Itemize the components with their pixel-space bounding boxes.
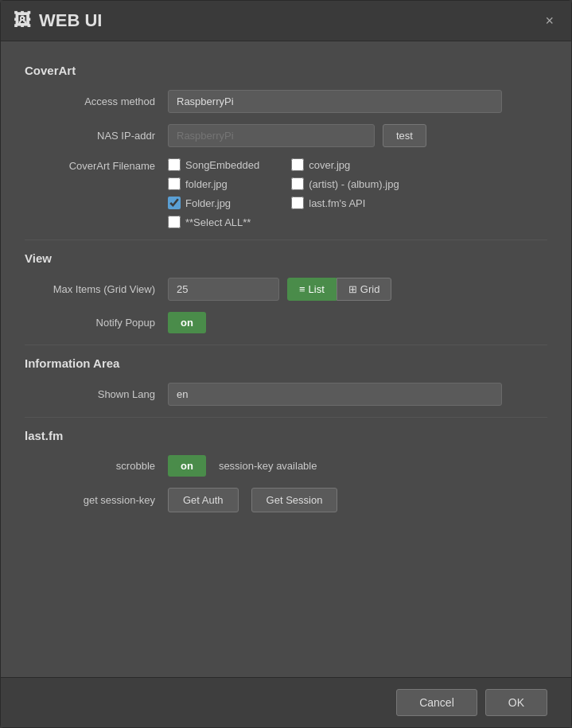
checkbox-lastfm-label: last.fm's API <box>309 197 365 209</box>
divider-2 <box>25 345 547 345</box>
dialog-header: 🖼 WEB UI × <box>1 1 571 41</box>
coverart-filename-row: CoverArt Filename SongEmbedded folder.jp… <box>25 158 547 228</box>
checkbox-folder-upper-label: Folder.jpg <box>185 197 231 209</box>
grid-icon <box>348 283 357 295</box>
scrobble-row: scrobble on session-key available <box>25 455 547 477</box>
lastfm-section-title: last.fm <box>25 429 547 442</box>
checkbox-folder-lower-input[interactable] <box>168 177 181 190</box>
checkbox-col-right: cover.jpg (artist) - (album).jpg last.fm… <box>291 158 399 228</box>
checkbox-cover[interactable]: cover.jpg <box>291 158 399 171</box>
dialog-body: CoverArt Access method NAS IP-addr test … <box>1 41 571 677</box>
checkbox-songembedded-label: SongEmbedded <box>185 159 259 171</box>
checkbox-artist-album[interactable]: (artist) - (album).jpg <box>291 177 399 190</box>
view-toggle: List Grid <box>287 278 391 301</box>
access-method-input[interactable] <box>168 90 502 113</box>
list-icon <box>299 283 305 295</box>
checkbox-col-left: SongEmbedded folder.jpg Folder.jpg **Sel… <box>168 158 259 228</box>
grid-toggle-button[interactable]: Grid <box>337 278 392 301</box>
access-method-row: Access method <box>25 90 547 113</box>
shown-lang-row: Shown Lang <box>25 383 547 406</box>
dialog-footer: Cancel OK <box>1 677 571 727</box>
checkbox-select-all-label: **Select ALL** <box>185 216 251 228</box>
get-session-button[interactable]: Get Session <box>251 488 338 512</box>
max-items-input[interactable] <box>168 278 279 301</box>
max-items-label: Max Items (Grid View) <box>25 283 168 295</box>
nas-ip-input[interactable] <box>168 124 375 147</box>
coverart-section-title: CoverArt <box>25 64 547 77</box>
information-section-title: Information Area <box>25 356 547 370</box>
cancel-button[interactable]: Cancel <box>396 689 477 716</box>
divider-3 <box>25 417 547 418</box>
view-section-title: View <box>25 251 547 265</box>
nas-ip-row: NAS IP-addr test <box>25 124 547 147</box>
ok-button[interactable]: OK <box>485 689 547 716</box>
checkbox-lastfm-input[interactable] <box>291 197 304 209</box>
notify-popup-button[interactable]: on <box>168 312 206 333</box>
coverart-filename-label: CoverArt Filename <box>25 158 168 172</box>
notify-popup-row: Notify Popup on <box>25 312 547 333</box>
checkbox-cover-label: cover.jpg <box>309 159 350 171</box>
shown-lang-input[interactable] <box>168 383 502 406</box>
scrobble-button[interactable]: on <box>168 455 206 477</box>
get-auth-button[interactable]: Get Auth <box>168 488 239 512</box>
nas-ip-label: NAS IP-addr <box>25 130 168 142</box>
scrobble-label: scrobble <box>25 460 168 472</box>
checkbox-folder-lower-label: folder.jpg <box>185 178 228 190</box>
divider-1 <box>25 239 547 240</box>
shown-lang-label: Shown Lang <box>25 388 168 400</box>
webui-icon: 🖼 <box>14 10 31 31</box>
get-session-key-label: get session-key <box>25 494 168 506</box>
checkbox-artist-album-input[interactable] <box>291 177 304 190</box>
list-label: List <box>309 283 325 295</box>
checkbox-select-all[interactable]: **Select ALL** <box>168 216 259 228</box>
checkbox-group: SongEmbedded folder.jpg Folder.jpg **Sel… <box>168 158 399 228</box>
list-toggle-button[interactable]: List <box>287 278 337 301</box>
notify-popup-label: Notify Popup <box>25 317 168 329</box>
checkbox-lastfm[interactable]: last.fm's API <box>291 197 399 209</box>
dialog-title: 🖼 WEB UI <box>14 10 102 31</box>
web-ui-dialog: 🖼 WEB UI × CoverArt Access method NAS IP… <box>0 0 572 728</box>
checkbox-cover-input[interactable] <box>291 158 304 171</box>
checkbox-songembedded[interactable]: SongEmbedded <box>168 158 259 171</box>
checkbox-artist-album-label: (artist) - (album).jpg <box>309 178 399 190</box>
close-button[interactable]: × <box>540 11 558 31</box>
max-items-row: Max Items (Grid View) List Grid <box>25 278 547 301</box>
dialog-title-text: WEB UI <box>39 10 102 31</box>
session-key-status: session-key available <box>219 460 317 472</box>
get-session-key-row: get session-key Get Auth Get Session <box>25 488 547 512</box>
checkbox-select-all-input[interactable] <box>168 216 181 228</box>
checkbox-folder-upper[interactable]: Folder.jpg <box>168 197 259 209</box>
checkbox-folder-upper-input[interactable] <box>168 197 181 209</box>
checkbox-songembedded-input[interactable] <box>168 158 181 171</box>
grid-label: Grid <box>360 283 380 295</box>
test-button[interactable]: test <box>383 124 426 147</box>
checkbox-folder-lower[interactable]: folder.jpg <box>168 177 259 190</box>
access-method-label: Access method <box>25 95 168 107</box>
